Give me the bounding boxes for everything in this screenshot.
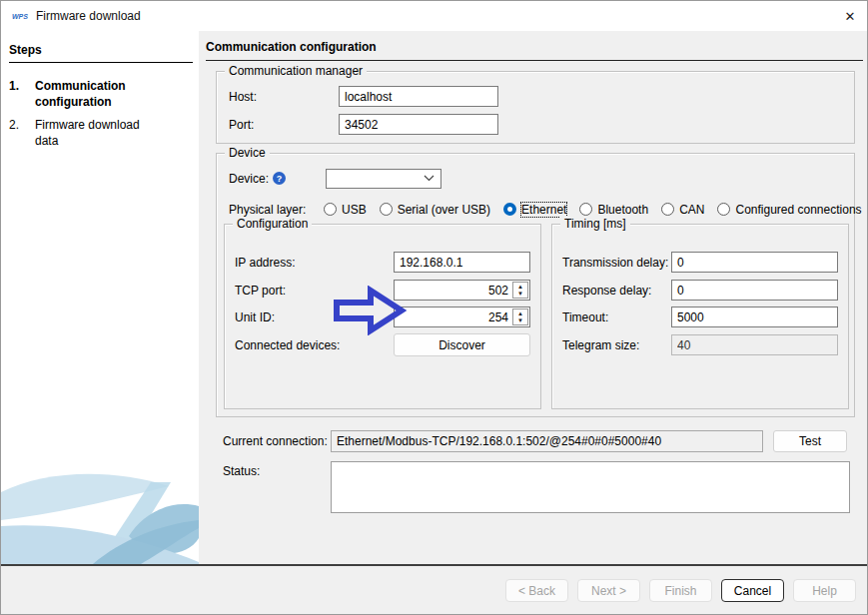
- main-panel: Communication configuration Communicatio…: [199, 31, 867, 564]
- wps-app-icon: WPS: [11, 10, 29, 23]
- telegram-size-label: Telegram size:: [562, 338, 671, 352]
- spin-up-icon[interactable]: [513, 283, 527, 291]
- port-input[interactable]: [339, 114, 498, 135]
- ip-address-input[interactable]: [394, 252, 530, 273]
- back-button[interactable]: < Back: [505, 579, 568, 602]
- response-delay-input[interactable]: [671, 280, 838, 301]
- host-input[interactable]: [339, 86, 498, 107]
- help-icon[interactable]: [273, 172, 286, 185]
- page-title: Communication configuration: [206, 40, 863, 61]
- unit-id-label: Unit ID:: [235, 310, 394, 324]
- radio-icon: [579, 203, 592, 216]
- transmission-delay-input[interactable]: [671, 252, 838, 273]
- radio-label: Bluetooth: [597, 203, 648, 217]
- test-button[interactable]: Test: [773, 430, 847, 452]
- connected-devices-label: Connected devices:: [235, 338, 394, 352]
- tcp-port-label: TCP port:: [235, 284, 394, 298]
- status-label: Status:: [223, 464, 260, 478]
- transmission-delay-label: Transmission delay:: [562, 256, 671, 270]
- radio-configured-connections[interactable]: Configured connections: [717, 203, 861, 217]
- radio-serial-over-usb[interactable]: Serial (over USB): [380, 203, 490, 217]
- footer-bar: < Back Next > Finish Cancel Help: [1, 564, 867, 614]
- current-connection-label: Current connection:: [223, 434, 331, 448]
- device-select[interactable]: [326, 169, 441, 189]
- group-title: Configuration: [233, 217, 312, 232]
- steps-heading: Steps: [9, 43, 193, 63]
- ip-address-label: IP address:: [235, 256, 394, 270]
- radio-icon: [380, 203, 393, 216]
- window-title: Firmware download: [36, 9, 141, 23]
- response-delay-label: Response delay:: [562, 284, 671, 298]
- steps-sidebar: Steps 1. Communication configuration 2. …: [1, 31, 199, 564]
- tcp-port-spinner[interactable]: [394, 280, 530, 301]
- step-item-firmware-download-data: 2. Firmware download data: [9, 118, 191, 149]
- group-title: Communication manager: [225, 64, 367, 79]
- radio-label: USB: [342, 203, 367, 217]
- step-label: Firmware download data: [35, 118, 157, 149]
- device-group: Device Device: Physical layer: USB: [216, 153, 855, 417]
- telegram-size-input: [671, 334, 838, 355]
- group-title: Device: [225, 146, 270, 161]
- spinner-buttons[interactable]: [512, 308, 528, 325]
- radio-label: Serial (over USB): [398, 203, 490, 217]
- spin-up-icon[interactable]: [513, 309, 527, 317]
- step-item-communication-configuration: 1. Communication configuration: [9, 79, 191, 110]
- radio-icon: [717, 203, 730, 216]
- spinner-buttons[interactable]: [512, 282, 528, 299]
- radio-label: Configured connections: [735, 203, 861, 217]
- spin-down-icon[interactable]: [513, 291, 527, 299]
- physical-layer-options: USB Serial (over USB) Ethernet Bluetooth: [324, 203, 862, 217]
- tcp-port-input[interactable]: [395, 281, 511, 300]
- step-label: Communication configuration: [35, 79, 157, 110]
- group-title: Timing [ms]: [560, 217, 630, 232]
- cancel-button[interactable]: Cancel: [721, 579, 784, 602]
- discover-button[interactable]: Discover: [394, 333, 530, 356]
- timing-group: Timing [ms] Transmission delay: Response…: [551, 224, 849, 409]
- current-connection-value: Ethernet/Modbus-TCP/192.168.0.1:502/@254…: [337, 434, 661, 448]
- status-box: [331, 461, 850, 513]
- finish-button[interactable]: Finish: [649, 579, 712, 602]
- title-bar: WPS Firmware download ✕: [1, 1, 867, 31]
- communication-manager-group: Communication manager Host: Port:: [216, 71, 855, 144]
- timeout-input[interactable]: [671, 307, 838, 327]
- step-number: 2.: [9, 118, 23, 149]
- steps-list: 1. Communication configuration 2. Firmwa…: [9, 79, 191, 149]
- firmware-download-dialog: WPS Firmware download ✕ Steps 1. Communi…: [0, 0, 868, 615]
- configuration-group: Configuration IP address: TCP port:: [224, 224, 541, 409]
- next-button[interactable]: Next >: [577, 579, 640, 602]
- step-number: 1.: [9, 79, 23, 110]
- current-connection-field: Ethernet/Modbus-TCP/192.168.0.1:502/@254…: [331, 430, 763, 452]
- host-label: Host:: [229, 90, 339, 104]
- timeout-label: Timeout:: [562, 310, 671, 324]
- radio-ethernet[interactable]: Ethernet: [503, 203, 566, 217]
- radio-label: CAN: [679, 203, 704, 217]
- radio-checked-icon: [503, 203, 516, 216]
- radio-label: Ethernet: [521, 203, 566, 217]
- radio-can[interactable]: CAN: [661, 203, 704, 217]
- radio-usb[interactable]: USB: [324, 203, 367, 217]
- decorative-swoosh-graphic: [1, 464, 199, 564]
- port-label: Port:: [229, 118, 339, 132]
- spin-down-icon[interactable]: [513, 317, 527, 325]
- device-label: Device:: [229, 172, 269, 186]
- unit-id-input[interactable]: [395, 308, 511, 326]
- chevron-down-icon: [424, 175, 434, 182]
- radio-bluetooth[interactable]: Bluetooth: [579, 203, 648, 217]
- unit-id-spinner[interactable]: [394, 307, 530, 327]
- physical-layer-label: Physical layer:: [229, 203, 324, 217]
- radio-icon: [324, 203, 337, 216]
- close-icon[interactable]: ✕: [833, 1, 867, 31]
- help-button[interactable]: Help: [793, 579, 856, 602]
- radio-icon: [661, 203, 674, 216]
